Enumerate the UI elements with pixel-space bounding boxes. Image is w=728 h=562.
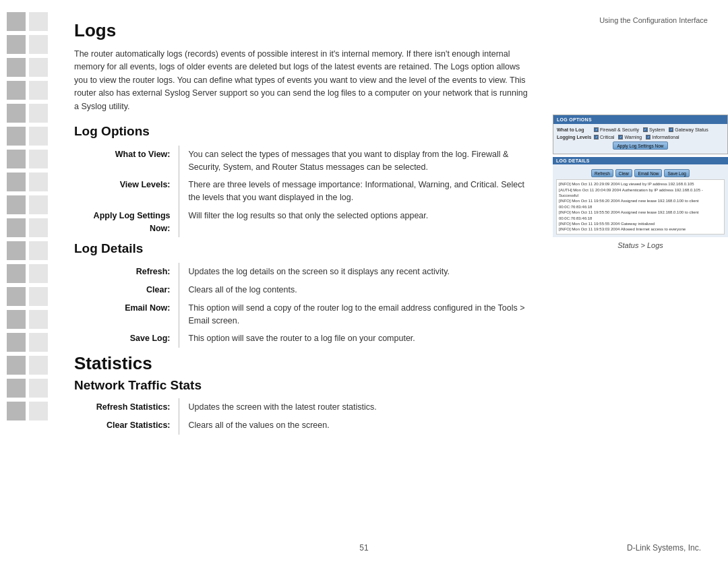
- mini-log-line: [INFO] Mon Oct 11 20:29:09 2004 Log view…: [559, 181, 722, 187]
- footer-page-number: 51: [359, 543, 368, 553]
- mini-cb-warning-label: Warning: [624, 134, 642, 140]
- logs-title: Logs: [74, 20, 708, 41]
- mini-cb-informational-label: Informational: [652, 134, 679, 140]
- table-row: Refresh Statistics: Updates the screen w…: [74, 398, 533, 416]
- mini-log-details-title: LOG DETAILS: [553, 157, 728, 164]
- sidebar-decoration: [0, 0, 64, 562]
- mini-log-line: [INFO] Mon Oct 11 19:55:50 2004 Assigned…: [559, 210, 722, 221]
- table-row: Save Log: This option will save the rout…: [74, 330, 533, 348]
- mini-save-btn[interactable]: Save Log: [664, 169, 689, 177]
- mini-cb-warning: ✓ Warning: [618, 134, 642, 140]
- mini-cb-informational: ✓ Informational: [646, 134, 679, 140]
- refresh-desc: Updates the log details on the screen so…: [179, 263, 533, 281]
- mini-checkbox-gateway[interactable]: ✓: [669, 127, 673, 132]
- save-log-desc: This option will save the router to a lo…: [179, 330, 533, 348]
- mini-cb-critical-label: Critical: [600, 134, 614, 140]
- mini-checkbox-firewall[interactable]: ✓: [594, 127, 599, 132]
- apply-log-label: Apply Log SettingsNow:: [74, 207, 179, 238]
- mini-cb-critical: ✓ Critical: [594, 134, 614, 140]
- table-row: Clear Statistics: Clears all of the valu…: [74, 416, 533, 435]
- apply-log-desc: Will filter the log results so that only…: [179, 207, 533, 238]
- mini-checkbox-critical[interactable]: ✓: [594, 135, 599, 139]
- email-now-label: Email Now:: [74, 299, 179, 330]
- mini-cb-firewall: ✓ Firewall & Security: [594, 127, 639, 133]
- mini-checkbox-informational[interactable]: ✓: [646, 135, 650, 139]
- log-options-table: What to View: You can select the types o…: [74, 146, 533, 238]
- save-log-label: Save Log:: [74, 330, 179, 348]
- table-row: Email Now: This option will send a copy …: [74, 299, 533, 330]
- refresh-stats-label: Refresh Statistics:: [74, 398, 179, 416]
- table-row: What to View: You can select the types o…: [74, 146, 533, 177]
- view-levels-desc: There are three levels of message import…: [179, 176, 533, 207]
- mini-checkbox-system[interactable]: ✓: [643, 127, 648, 132]
- statistics-table: Refresh Statistics: Updates the screen w…: [74, 398, 533, 435]
- footer-company: D-Link Systems, Inc.: [627, 543, 701, 553]
- refresh-label: Refresh:: [74, 263, 179, 281]
- mini-what-to-log: What to Log: [557, 127, 594, 133]
- mini-log-line: [INFO] Mon Oct 11 19:55:55 2004 Gateway …: [559, 221, 722, 226]
- log-details-table: Refresh: Updates the log details on the …: [74, 263, 533, 348]
- mini-cb-system-label: System: [649, 127, 665, 133]
- mini-email-btn[interactable]: Email Now: [634, 169, 662, 177]
- clear-desc: Clears all of the log contents.: [179, 281, 533, 299]
- mini-log-options: LOG OPTIONS What to Log ✓ Firewall & Sec…: [553, 115, 728, 154]
- mini-log-line: [INFO] Mon Oct 11 19:56:20 2004 Assigned…: [559, 198, 722, 210]
- view-levels-label: View Levels:: [74, 176, 179, 207]
- statistics-section: Statistics Network Traffic Stats Refresh…: [74, 353, 708, 435]
- what-to-view-desc: You can select the types of messages tha…: [179, 146, 533, 177]
- what-to-view-label: What to View:: [74, 146, 179, 177]
- mini-log-lines: [INFO] Mon Oct 11 20:29:09 2004 Log view…: [556, 179, 725, 235]
- mini-clear-btn[interactable]: Clear: [615, 169, 633, 177]
- table-row: Clear: Clears all of the log contents.: [74, 281, 533, 299]
- mini-checkbox-warning[interactable]: ✓: [618, 135, 623, 139]
- clear-stats-desc: Clears all of the values on the screen.: [179, 416, 533, 435]
- mini-cb-gateway: ✓ Gateway Status: [669, 127, 708, 133]
- right-panel-screenshot: LOG OPTIONS What to Log ✓ Firewall & Sec…: [553, 115, 728, 249]
- clear-label: Clear:: [74, 281, 179, 299]
- mini-cb-system: ✓ System: [643, 127, 665, 133]
- clear-stats-label: Clear Statistics:: [74, 416, 179, 435]
- main-content: Logs The router automatically logs (reco…: [74, 20, 708, 542]
- statistics-title: Statistics: [74, 353, 708, 374]
- mini-cb-gateway-label: Gateway Status: [675, 127, 708, 133]
- mini-log-options-title: LOG OPTIONS: [553, 115, 727, 124]
- mini-apply-btn[interactable]: Apply Log Settings Now: [613, 142, 667, 150]
- email-now-desc: This option will send a copy of the rout…: [179, 299, 533, 330]
- mini-refresh-btn[interactable]: Refresh: [591, 169, 613, 177]
- mini-btn-row: Refresh Clear Email Now Save Log: [556, 169, 725, 177]
- mini-cb-group-bottom: ✓ Critical ✓ Warning ✓ Informational: [594, 134, 679, 140]
- table-row: View Levels: There are three levels of m…: [74, 176, 533, 207]
- logs-intro: The router automatically logs (records) …: [74, 48, 533, 113]
- table-row: Apply Log SettingsNow: Will filter the l…: [74, 207, 533, 238]
- mini-log-line: [INFO] Mon Oct 11 19:53:03 2004 Allowed …: [559, 226, 722, 232]
- refresh-stats-desc: Updates the screen with the latest route…: [179, 398, 533, 416]
- mini-log-details-body: Refresh Clear Email Now Save Log [INFO] …: [553, 164, 728, 237]
- mini-logging-levels: Logging Levels: [557, 134, 594, 140]
- mini-cb-group-top: ✓ Firewall & Security ✓ System ✓ Gateway…: [594, 127, 708, 133]
- mini-caption: Status > Logs: [553, 241, 728, 249]
- mini-log-options-body: What to Log ✓ Firewall & Security ✓ Syst…: [553, 124, 727, 154]
- table-row: Refresh: Updates the log details on the …: [74, 263, 533, 281]
- mini-cb-firewall-label: Firewall & Security: [600, 127, 639, 133]
- mini-log-details: LOG DETAILS Refresh Clear Email Now Save…: [553, 157, 728, 237]
- network-traffic-subtitle: Network Traffic Stats: [74, 378, 708, 393]
- mini-log-line: [AUTH] Mon Oct 11 20:04:09 2004 Authenti…: [559, 187, 722, 199]
